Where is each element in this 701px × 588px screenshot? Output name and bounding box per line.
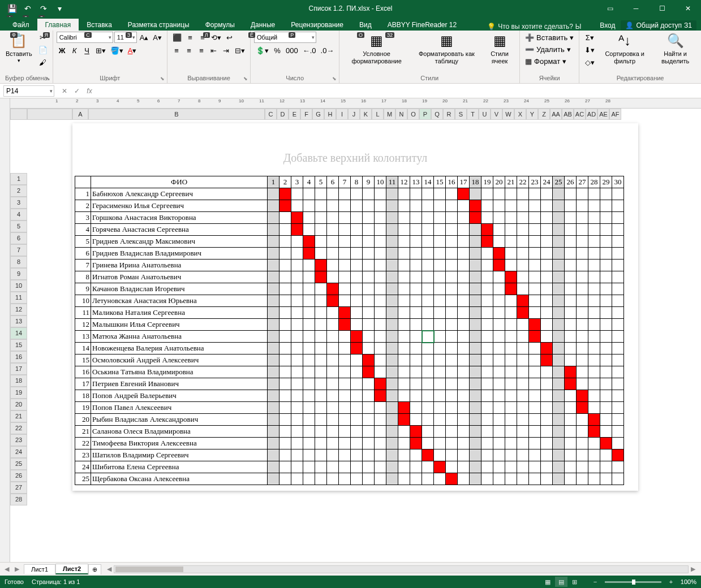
day-cell[interactable]: [577, 224, 588, 236]
day-cell[interactable]: [470, 414, 481, 426]
day-cell[interactable]: [588, 248, 600, 260]
day-cell[interactable]: [386, 390, 398, 402]
day-cell[interactable]: [577, 354, 588, 366]
day-cell[interactable]: [339, 224, 351, 236]
day-cell[interactable]: [303, 260, 315, 271]
day-cell[interactable]: [303, 438, 315, 449]
day-cell[interactable]: [493, 248, 505, 260]
day-cell[interactable]: [446, 402, 458, 414]
day-cell[interactable]: [493, 378, 505, 390]
day-cell[interactable]: [303, 200, 315, 212]
day-cell[interactable]: [279, 378, 291, 390]
day-cell[interactable]: [268, 236, 279, 248]
day-cell[interactable]: [517, 378, 529, 390]
day-cell[interactable]: [268, 378, 279, 390]
select-all-corner[interactable]: [10, 109, 27, 120]
day-cell[interactable]: [446, 260, 458, 271]
day-cell[interactable]: [541, 402, 553, 414]
fx-button[interactable]: fx: [84, 85, 95, 97]
day-cell[interactable]: [339, 378, 351, 390]
day-cell[interactable]: [327, 319, 339, 331]
header-placeholder[interactable]: Добавьте верхний колонтитул: [72, 152, 638, 165]
day-cell[interactable]: [422, 402, 434, 414]
day-cell[interactable]: [481, 438, 493, 449]
day-cell[interactable]: [541, 438, 553, 449]
day-cell[interactable]: [434, 331, 446, 343]
day-cell[interactable]: [291, 260, 303, 271]
day-cell[interactable]: [481, 224, 493, 236]
day-cell[interactable]: [529, 236, 541, 248]
day-cell[interactable]: [577, 271, 588, 283]
day-cell[interactable]: [279, 200, 291, 212]
day-cell[interactable]: [386, 319, 398, 331]
day-cell[interactable]: [529, 378, 541, 390]
qat-redo[interactable]: ↷3: [36, 2, 51, 15]
day-cell[interactable]: [493, 260, 505, 271]
day-cell[interactable]: [410, 295, 422, 307]
day-cell[interactable]: [553, 188, 565, 200]
cell-styles-button[interactable]: ▦Стили ячеек: [483, 32, 516, 66]
day-cell[interactable]: [588, 188, 600, 200]
tab-data[interactable]: ДанныеЁ: [243, 19, 283, 31]
day-cell[interactable]: [434, 283, 446, 295]
day-cell[interactable]: [600, 283, 612, 295]
day-cell[interactable]: [422, 461, 434, 473]
day-cell[interactable]: [339, 283, 351, 295]
day-cell[interactable]: [279, 188, 291, 200]
day-cell[interactable]: [363, 200, 375, 212]
day-cell[interactable]: [517, 461, 529, 473]
copy-button[interactable]: 📄: [37, 44, 49, 55]
day-cell[interactable]: [505, 414, 517, 426]
day-cell[interactable]: [327, 449, 339, 461]
day-cell[interactable]: [553, 212, 565, 224]
day-cell[interactable]: [422, 343, 434, 354]
day-cell[interactable]: [446, 200, 458, 212]
column-header[interactable]: X: [514, 109, 526, 120]
day-cell[interactable]: [577, 188, 588, 200]
day-cell[interactable]: [470, 248, 481, 260]
row-header[interactable]: 26: [10, 470, 27, 482]
day-cell[interactable]: [600, 307, 612, 319]
day-cell[interactable]: [351, 212, 363, 224]
day-cell[interactable]: [363, 378, 375, 390]
day-cell[interactable]: [315, 390, 327, 402]
day-cell[interactable]: [339, 390, 351, 402]
day-cell[interactable]: [565, 438, 577, 449]
day-cell[interactable]: [529, 461, 541, 473]
row-header[interactable]: 11: [10, 292, 27, 304]
column-header[interactable]: W: [502, 109, 514, 120]
day-cell[interactable]: [422, 236, 434, 248]
day-cell[interactable]: [505, 307, 517, 319]
day-cell[interactable]: [434, 438, 446, 449]
day-cell[interactable]: [268, 283, 279, 295]
day-cell[interactable]: [315, 271, 327, 283]
day-cell[interactable]: [315, 331, 327, 343]
day-cell[interactable]: [291, 473, 303, 485]
day-cell[interactable]: [363, 331, 375, 343]
day-cell[interactable]: [422, 331, 434, 343]
day-cell[interactable]: [600, 402, 612, 414]
day-cell[interactable]: [565, 295, 577, 307]
day-cell[interactable]: [458, 414, 470, 426]
day-cell[interactable]: [279, 343, 291, 354]
day-cell[interactable]: [363, 354, 375, 366]
day-cell[interactable]: [434, 402, 446, 414]
day-cell[interactable]: [434, 461, 446, 473]
day-cell[interactable]: [470, 378, 481, 390]
day-cell[interactable]: [505, 390, 517, 402]
day-cell[interactable]: [339, 354, 351, 366]
cancel-formula-button[interactable]: ✕: [59, 85, 70, 97]
column-header[interactable]: AC: [574, 109, 586, 120]
day-cell[interactable]: [303, 236, 315, 248]
borders-button[interactable]: ⊞▾: [94, 45, 107, 56]
day-cell[interactable]: [565, 402, 577, 414]
day-cell[interactable]: [517, 426, 529, 438]
day-cell[interactable]: [375, 212, 386, 224]
day-cell[interactable]: [375, 449, 386, 461]
person-name[interactable]: Маликова Наталия Сергеевна: [91, 307, 268, 319]
day-cell[interactable]: [612, 343, 624, 354]
fill-color-button[interactable]: 🪣▾: [109, 45, 125, 56]
day-cell[interactable]: [470, 426, 481, 438]
align-right-button[interactable]: ≡: [196, 45, 207, 56]
person-name[interactable]: Малышкин Илья Сергеевич: [91, 319, 268, 331]
